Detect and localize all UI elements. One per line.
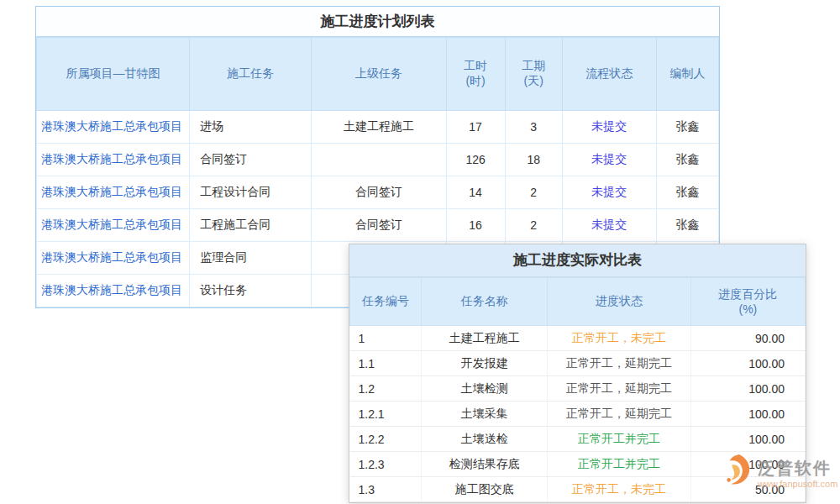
- task-cell: 工程设计合同: [190, 176, 312, 209]
- author-cell: 张鑫: [656, 176, 718, 209]
- table-row: 1.2.3 检测结果存底 正常开工并完工 100.00: [350, 452, 806, 477]
- task-name-cell: 检测结果存底: [422, 452, 548, 477]
- task-id-cell: 1: [350, 326, 422, 351]
- progress-percent-cell: 100.00: [690, 402, 805, 427]
- plan-table-title: 施工进度计划列表: [36, 7, 719, 37]
- table-row: 港珠澳大桥施工总承包项目 进场 土建工程施工 17 3 未提交 张鑫: [37, 111, 719, 144]
- progress-percent-cell: 50.00: [690, 477, 805, 502]
- task-name-cell: 土壤检测: [422, 376, 548, 402]
- task-id-cell: 1.2.1: [350, 402, 422, 427]
- table-row: 1.2.2 土壤送检 正常开工并完工 100.00: [350, 427, 806, 452]
- project-link[interactable]: 港珠澳大桥施工总承包项目: [37, 242, 190, 275]
- task-cell: 设计任务: [190, 275, 312, 307]
- progress-percent-cell: 100.00: [690, 452, 805, 477]
- progress-percent-cell: 100.00: [690, 427, 805, 452]
- comparison-table-grid: 任务编号 任务名称 进度状态 进度百分比 (%) 1 土建工程施工 正常开工，未…: [349, 277, 806, 502]
- progress-status-cell: 正常开工，延期完工: [548, 376, 690, 402]
- hours-cell: 17: [446, 111, 505, 144]
- plan-col-project: 所属项目—甘特图: [37, 38, 190, 111]
- comparison-table: 施工进度实际对比表 任务编号 任务名称 进度状态 进度百分比 (%) 1 土建工…: [349, 244, 806, 503]
- plan-col-days: 工期 (天): [505, 38, 562, 111]
- plan-col-task: 施工任务: [190, 38, 312, 111]
- hours-cell: 126: [446, 144, 505, 176]
- task-id-cell: 1.2.3: [350, 452, 422, 477]
- days-cell: 2: [505, 176, 562, 209]
- parent-task-cell: [312, 144, 446, 176]
- task-id-cell: 1.3: [350, 477, 422, 502]
- task-name-cell: 土建工程施工: [422, 326, 548, 351]
- cmp-col-progress-percent: 进度百分比 (%): [690, 278, 805, 326]
- project-link[interactable]: 港珠澳大桥施工总承包项目: [37, 111, 190, 144]
- hours-cell: 14: [446, 176, 505, 209]
- status-link[interactable]: 未提交: [562, 144, 656, 176]
- parent-task-cell: 合同签订: [312, 209, 446, 242]
- days-cell: 18: [505, 144, 562, 176]
- task-name-cell: 开发报建: [422, 351, 548, 376]
- days-cell: 3: [505, 111, 562, 144]
- days-cell: 2: [505, 209, 562, 242]
- plan-header-row: 所属项目—甘特图 施工任务 上级任务 工时 (时) 工期 (天) 流程状态 编制…: [37, 38, 719, 111]
- progress-status-cell: 正常开工，延期完工: [548, 351, 690, 376]
- table-row: 1.2 土壤检测 正常开工，延期完工 100.00: [350, 376, 806, 402]
- table-row: 1.1 开发报建 正常开工，延期完工 100.00: [350, 351, 806, 376]
- task-name-cell: 土壤送检: [422, 427, 548, 452]
- task-name-cell: 施工图交底: [422, 477, 548, 502]
- table-row: 1.3 施工图交底 正常开工，未完工 50.00: [350, 477, 806, 502]
- project-link[interactable]: 港珠澳大桥施工总承包项目: [37, 209, 190, 242]
- progress-percent-cell: 90.00: [690, 326, 805, 351]
- progress-status-cell: 正常开工并完工: [548, 452, 690, 477]
- author-cell: 张鑫: [656, 144, 718, 176]
- author-cell: 张鑫: [656, 209, 718, 242]
- table-row: 1.2.1 土壤采集 正常开工，延期完工 100.00: [350, 402, 806, 427]
- progress-percent-cell: 100.00: [690, 376, 805, 402]
- task-id-cell: 1.2.2: [350, 427, 422, 452]
- table-row: 1 土建工程施工 正常开工，未完工 90.00: [350, 326, 806, 351]
- comparison-header-row: 任务编号 任务名称 进度状态 进度百分比 (%): [350, 278, 806, 326]
- status-link[interactable]: 未提交: [562, 176, 656, 209]
- status-link[interactable]: 未提交: [562, 111, 656, 144]
- author-cell: 张鑫: [656, 111, 718, 144]
- plan-col-status: 流程状态: [562, 38, 656, 111]
- task-id-cell: 1.1: [350, 351, 422, 376]
- cmp-col-progress-status: 进度状态: [548, 278, 690, 326]
- task-cell: 进场: [190, 111, 312, 144]
- table-row: 港珠澳大桥施工总承包项目 合同签订 126 18 未提交 张鑫: [37, 144, 719, 176]
- table-row: 港珠澳大桥施工总承包项目 工程施工合同 合同签订 16 2 未提交 张鑫: [37, 209, 719, 242]
- comparison-table-title: 施工进度实际对比表: [349, 244, 806, 277]
- task-cell: 合同签订: [190, 144, 312, 176]
- progress-status-cell: 正常开工并完工: [548, 427, 690, 452]
- task-cell: 工程施工合同: [190, 209, 312, 242]
- task-name-cell: 土壤采集: [422, 402, 548, 427]
- parent-task-cell: 合同签订: [312, 176, 446, 209]
- task-id-cell: 1.2: [350, 376, 422, 402]
- project-link[interactable]: 港珠澳大桥施工总承包项目: [37, 176, 190, 209]
- page: 施工进度计划列表 所属项目—甘特图 施工任务 上级任务 工时 (时) 工期 (天…: [0, 0, 840, 504]
- cmp-col-task-id: 任务编号: [350, 278, 422, 326]
- progress-status-cell: 正常开工，未完工: [548, 477, 690, 502]
- plan-col-author: 编制人: [656, 38, 718, 111]
- hours-cell: 16: [446, 209, 505, 242]
- plan-col-hours: 工时 (时): [446, 38, 505, 111]
- project-link[interactable]: 港珠澳大桥施工总承包项目: [37, 144, 190, 176]
- plan-col-parent-task: 上级任务: [312, 38, 446, 111]
- progress-status-cell: 正常开工，未完工: [548, 326, 690, 351]
- task-cell: 监理合同: [190, 242, 312, 275]
- progress-percent-cell: 100.00: [690, 351, 805, 376]
- status-link[interactable]: 未提交: [562, 209, 656, 242]
- cmp-col-task-name: 任务名称: [422, 278, 548, 326]
- table-row: 港珠澳大桥施工总承包项目 工程设计合同 合同签订 14 2 未提交 张鑫: [37, 176, 719, 209]
- project-link[interactable]: 港珠澳大桥施工总承包项目: [37, 275, 190, 307]
- parent-task-cell: 土建工程施工: [312, 111, 446, 144]
- progress-status-cell: 正常开工，延期完工: [548, 402, 690, 427]
